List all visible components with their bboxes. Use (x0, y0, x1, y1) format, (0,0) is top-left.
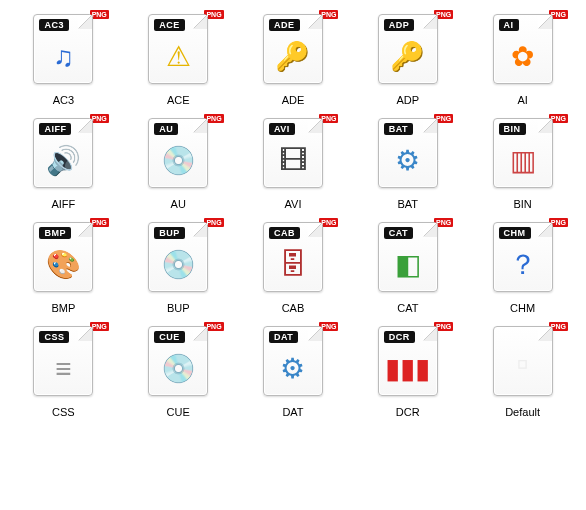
file-caption: AIFF (51, 198, 75, 210)
file-icon: AU💿 (148, 118, 208, 188)
file-icon-item[interactable]: PNGAI✿AI (469, 10, 576, 106)
file-caption: Default (505, 406, 540, 418)
file-extension-label: ACE (154, 19, 185, 31)
file-extension-label: CAB (269, 227, 300, 239)
file-extension-label: AU (154, 123, 178, 135)
file-caption: CHM (510, 302, 535, 314)
file-caption: AU (171, 198, 186, 210)
file-icon: CSS≡ (33, 326, 93, 396)
file-icon-item[interactable]: PNGADP🔑ADP (354, 10, 461, 106)
file-caption: BMP (51, 302, 75, 314)
file-icon: CAT◧ (378, 222, 438, 292)
file-type-glyph-icon: 🔑 (264, 31, 322, 83)
file-extension-label: AC3 (39, 19, 69, 31)
file-caption: BIN (513, 198, 531, 210)
file-extension-label: ADP (384, 19, 415, 31)
file-caption: AVI (285, 198, 302, 210)
file-icon-item[interactable]: PNGBAT⚙BAT (354, 114, 461, 210)
file-type-glyph-icon: ▥ (494, 135, 552, 187)
file-icon-item[interactable]: PNGCSS≡CSS (10, 322, 117, 418)
file-caption: CSS (52, 406, 75, 418)
file-type-glyph-icon: 💿 (149, 239, 207, 291)
file-icon-item[interactable]: PNGAC3♫AC3 (10, 10, 117, 106)
file-type-glyph-icon: ？ (494, 239, 552, 291)
file-caption: AC3 (53, 94, 74, 106)
file-type-glyph-icon: 🎞 (264, 135, 322, 187)
file-icon: CUE💿 (148, 326, 208, 396)
file-extension-label: DCR (384, 331, 415, 343)
file-icon-item[interactable]: PNGBIN▥BIN (469, 114, 576, 210)
file-caption: CAT (397, 302, 418, 314)
file-icon: CHM？ (493, 222, 553, 292)
file-extension-label: AVI (269, 123, 295, 135)
file-extension-label: BMP (39, 227, 71, 239)
file-type-glyph-icon: 🔊 (34, 135, 92, 187)
file-type-glyph-icon: 🔑 (379, 31, 437, 83)
file-type-glyph-icon: ◧ (379, 239, 437, 291)
file-icon: CAB🗄 (263, 222, 323, 292)
file-type-glyph-icon: 💿 (149, 135, 207, 187)
file-extension-label: DAT (269, 331, 298, 343)
file-caption: BAT (398, 198, 419, 210)
file-caption: CAB (282, 302, 305, 314)
file-icon: BUP💿 (148, 222, 208, 292)
file-icon-item[interactable]: PNGCHM？CHM (469, 218, 576, 314)
file-caption: DCR (396, 406, 420, 418)
file-extension-label: CHM (499, 227, 531, 239)
file-type-glyph-icon: 🎨 (34, 239, 92, 291)
file-icon: AVI🎞 (263, 118, 323, 188)
file-caption: BUP (167, 302, 190, 314)
file-icon: ▫ (493, 326, 553, 396)
file-extension-label: AI (499, 19, 519, 31)
file-icon: ADP🔑 (378, 14, 438, 84)
file-type-glyph-icon: ⚠ (149, 31, 207, 83)
file-icon-item[interactable]: PNGADE🔑ADE (240, 10, 347, 106)
file-extension-label: CUE (154, 331, 185, 343)
file-type-glyph-icon: ♫ (34, 31, 92, 83)
file-caption: ACE (167, 94, 190, 106)
file-extension-label: CSS (39, 331, 69, 343)
file-icon-item[interactable]: PNG▫Default (469, 322, 576, 418)
file-type-glyph-icon: 🗄 (264, 239, 322, 291)
file-icon: AIFF🔊 (33, 118, 93, 188)
file-icon: DAT⚙ (263, 326, 323, 396)
file-type-glyph-icon: ✿ (494, 31, 552, 83)
file-icon-item[interactable]: PNGBUP💿BUP (125, 218, 232, 314)
file-type-glyph-icon: ▮▮▮ (379, 343, 437, 395)
file-icon: BAT⚙ (378, 118, 438, 188)
file-icon-item[interactable]: PNGAIFF🔊AIFF (10, 114, 117, 210)
file-icon: AI✿ (493, 14, 553, 84)
file-icon-item[interactable]: PNGAVI🎞AVI (240, 114, 347, 210)
file-type-glyph-icon: ⚙ (379, 135, 437, 187)
file-caption: DAT (282, 406, 303, 418)
file-icon-item[interactable]: PNGBMP🎨BMP (10, 218, 117, 314)
file-icon: ADE🔑 (263, 14, 323, 84)
file-icon-item[interactable]: PNGCUE💿CUE (125, 322, 232, 418)
file-icon: BIN▥ (493, 118, 553, 188)
file-extension-label: ADE (269, 19, 300, 31)
file-caption: ADP (396, 94, 419, 106)
file-caption: ADE (282, 94, 305, 106)
file-icon-item[interactable]: PNGDAT⚙DAT (240, 322, 347, 418)
file-type-glyph-icon: 💿 (149, 343, 207, 395)
file-icon: AC3♫ (33, 14, 93, 84)
file-extension-label: CAT (384, 227, 413, 239)
file-icon-item[interactable]: PNGCAT◧CAT (354, 218, 461, 314)
file-extension-label: BIN (499, 123, 526, 135)
file-icon-item[interactable]: PNGCAB🗄CAB (240, 218, 347, 314)
file-icon: ACE⚠ (148, 14, 208, 84)
file-type-glyph-icon: ▫ (494, 331, 552, 395)
file-extension-label: BAT (384, 123, 413, 135)
file-icon-item[interactable]: PNGACE⚠ACE (125, 10, 232, 106)
file-type-glyph-icon: ⚙ (264, 343, 322, 395)
file-extension-label: AIFF (39, 123, 71, 135)
file-caption: CUE (167, 406, 190, 418)
file-extension-label: BUP (154, 227, 185, 239)
file-icon: BMP🎨 (33, 222, 93, 292)
file-icon: DCR▮▮▮ (378, 326, 438, 396)
file-icon-item[interactable]: PNGAU💿AU (125, 114, 232, 210)
file-type-glyph-icon: ≡ (34, 343, 92, 395)
file-icon-item[interactable]: PNGDCR▮▮▮DCR (354, 322, 461, 418)
file-caption: AI (517, 94, 527, 106)
